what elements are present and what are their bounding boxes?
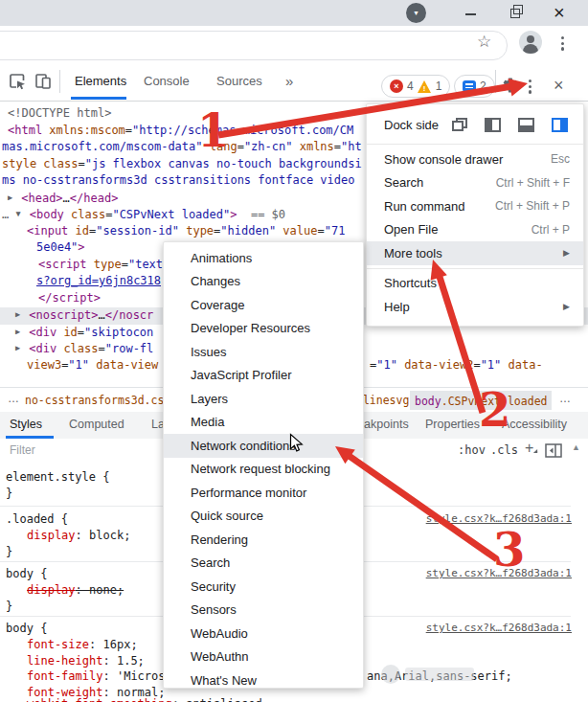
- dock-bottom-icon[interactable]: [518, 118, 534, 132]
- code-line-fragment[interactable]: ="1" data-view2="1" data-: [370, 357, 543, 374]
- submenu-item-webaudio[interactable]: WebAudio: [164, 622, 363, 645]
- menu-item-open-file[interactable]: Open File Ctrl + P: [367, 218, 583, 242]
- submenu-item-whats-new[interactable]: What's New: [164, 668, 363, 692]
- inspect-element-icon[interactable]: [8, 72, 27, 95]
- code-line[interactable]: mas.microsoft.com/mscom-data" lang="zh-c…: [2, 139, 362, 156]
- submenu-item-animations[interactable]: Animations: [164, 246, 363, 270]
- submenu-item-performance-monitor[interactable]: Performance monitor: [164, 481, 363, 505]
- class-toggle-button[interactable]: .cls: [490, 443, 518, 457]
- code-line-body-selected[interactable]: … ▼ <body class="CSPvNext loaded"> == $0: [2, 206, 285, 223]
- code-line[interactable]: 5e0e4">: [36, 239, 85, 257]
- menu-item-help[interactable]: Help ▶: [367, 295, 583, 319]
- submenu-item-quick-source[interactable]: Quick source: [164, 505, 363, 529]
- breadcrumb-overflow-ellipsis[interactable]: …: [559, 392, 571, 405]
- style-rule-line[interactable]: font-family: 'Micros: [27, 668, 166, 686]
- warning-icon: !: [418, 80, 432, 93]
- style-rule-line-overridden[interactable]: webkit-font-smoothing: antialiased;: [27, 696, 269, 702]
- code-line[interactable]: view3="1" data-view: [27, 357, 158, 374]
- filter-input[interactable]: Filter: [10, 443, 35, 457]
- submenu-item-javascript-profiler[interactable]: JavaScript Profiler: [164, 364, 363, 388]
- style-rule-line[interactable]: line-height: 1.5;: [27, 653, 145, 670]
- media-control-icon[interactable]: ▼: [406, 3, 426, 23]
- code-line[interactable]: <!DOCTYPE html>: [8, 105, 111, 123]
- style-rule-line[interactable]: }: [6, 544, 12, 561]
- style-rule-line[interactable]: .loaded {: [6, 511, 68, 529]
- submenu-item-issues[interactable]: Issues: [164, 340, 363, 364]
- issues-badge[interactable]: 2: [454, 75, 495, 98]
- code-line-script-link[interactable]: s?org_id=y6jn8c318: [36, 273, 161, 290]
- submenu-item-security[interactable]: Security: [164, 575, 363, 599]
- dock-right-icon-active[interactable]: [552, 118, 568, 132]
- profile-avatar[interactable]: [519, 31, 542, 54]
- warning-count: 1: [436, 79, 442, 93]
- tab-styles[interactable]: Styles: [10, 412, 42, 438]
- issues-icon: [463, 80, 476, 92]
- style-rule-line-overridden[interactable]: display: none;: [27, 582, 124, 600]
- style-rule-line[interactable]: body {: [6, 621, 47, 638]
- hover-state-button[interactable]: :hov: [458, 443, 486, 457]
- menu-item-more-tools[interactable]: More tools ▶: [367, 241, 583, 265]
- menu-item-search[interactable]: Search Ctrl + Shift + F: [367, 171, 583, 195]
- style-rule-line[interactable]: display: block;: [27, 528, 130, 545]
- code-line[interactable]: ▶ <div class="row-fl: [15, 340, 153, 357]
- submenu-item-webauthn[interactable]: WebAuthn: [164, 645, 363, 669]
- menu-divider: [367, 144, 583, 145]
- settings-gear-icon[interactable]: [502, 77, 519, 98]
- code-line[interactable]: ▶ <noscript>…</noscr: [15, 306, 153, 324]
- submenu-item-layers[interactable]: Layers: [164, 387, 363, 411]
- code-line[interactable]: <script type="text: [38, 257, 163, 274]
- tab-elements[interactable]: Elements: [75, 63, 126, 100]
- device-toolbar-icon[interactable]: [34, 72, 53, 95]
- style-rule-line[interactable]: element.style {: [6, 469, 109, 487]
- style-rule-line[interactable]: }: [6, 486, 12, 503]
- menu-item-run-command[interactable]: Run command Ctrl + Shift + P: [367, 194, 583, 218]
- breadcrumb-html-crumb-end[interactable]: nlinesvg: [356, 393, 409, 408]
- tab-computed[interactable]: Computed: [69, 412, 124, 438]
- submenu-item-developer-resources[interactable]: Developer Resources: [164, 317, 363, 341]
- breadcrumb-html-crumb[interactable]: no-csstransforms3d.csst: [25, 393, 177, 408]
- code-line[interactable]: <input id="session-id" type="hidden" val…: [27, 223, 345, 240]
- undock-icon[interactable]: [452, 118, 467, 131]
- new-style-rule-button[interactable]: +: [525, 440, 533, 457]
- browser-menu-icon[interactable]: [561, 36, 564, 51]
- scroll-up-icon[interactable]: ▲: [572, 442, 580, 452]
- menu-item-shortcuts[interactable]: Shortcuts: [367, 272, 583, 296]
- bookmark-star-icon[interactable]: ☆: [477, 32, 491, 52]
- window-close-button[interactable]: ×: [554, 1, 565, 24]
- submenu-item-changes[interactable]: Changes: [164, 270, 363, 294]
- code-line[interactable]: ms no-csstransforms3d csstransitions fon…: [2, 172, 354, 190]
- submenu-item-network-conditions[interactable]: Network conditions: [164, 434, 363, 458]
- code-line[interactable]: </script>: [38, 290, 101, 307]
- address-bar[interactable]: [0, 31, 508, 60]
- console-status-badge[interactable]: × 4 ! 1: [381, 75, 450, 98]
- devtools-close-icon[interactable]: ×: [554, 76, 564, 96]
- code-line[interactable]: style class="js flexbox canvas no-touch …: [2, 156, 362, 173]
- style-rule-line[interactable]: body {: [6, 566, 47, 583]
- submenu-item-coverage[interactable]: Coverage: [164, 293, 363, 317]
- mouse-cursor: [289, 433, 305, 458]
- style-rule-line[interactable]: font-size: 16px;: [27, 637, 138, 654]
- more-tabs-icon[interactable]: »: [285, 63, 293, 100]
- submenu-item-network-request-blocking[interactable]: Network request blocking: [164, 458, 363, 482]
- code-line[interactable]: <html xmlns:mscom="http://schemas.micros…: [8, 123, 353, 140]
- breadcrumb-ellipsis[interactable]: …: [8, 392, 19, 405]
- tab-accessibility[interactable]: Accessibility: [502, 412, 567, 438]
- tab-sources[interactable]: Sources: [216, 63, 262, 100]
- devtools-menu-icon[interactable]: [529, 79, 531, 94]
- code-line-head[interactable]: ▶ <head>…</head>: [8, 190, 118, 207]
- tab-properties[interactable]: Properties: [425, 412, 480, 438]
- submenu-item-sensors[interactable]: Sensors: [164, 599, 363, 623]
- stylesheet-link[interactable]: style.csx?k…f268d3ada:1: [426, 622, 572, 635]
- computed-sidebar-toggle-icon[interactable]: [545, 443, 562, 462]
- tab-console[interactable]: Console: [144, 63, 190, 100]
- style-rule-line[interactable]: }: [6, 599, 12, 616]
- menu-item-dock-side[interactable]: Dock side: [367, 109, 583, 141]
- dock-left-icon[interactable]: [485, 118, 501, 132]
- submenu-item-search[interactable]: Search: [164, 552, 363, 576]
- code-line[interactable]: ▶ <div id="skiptocon: [15, 324, 153, 341]
- minimize-button[interactable]: [465, 13, 476, 15]
- menu-item-show-console-drawer[interactable]: Show console drawer Esc: [367, 147, 583, 171]
- restore-button[interactable]: [510, 9, 520, 18]
- submenu-item-media[interactable]: Media: [164, 411, 363, 435]
- submenu-item-rendering[interactable]: Rendering: [164, 528, 363, 552]
